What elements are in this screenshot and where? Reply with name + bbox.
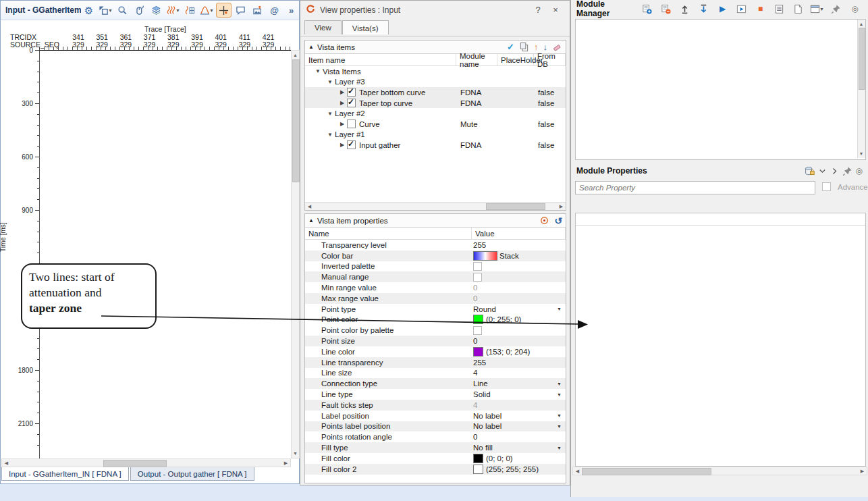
pin-icon[interactable] — [842, 166, 852, 176]
property-value[interactable]: 255 — [472, 359, 566, 367]
scrollbar-thumb[interactable] — [486, 203, 545, 210]
advanced-toggle[interactable]: Advanced — [822, 182, 868, 191]
dropdown-arrow-icon[interactable]: ▼ — [557, 392, 562, 397]
column-header[interactable]: PlaceHolder — [497, 54, 534, 65]
value-checkbox[interactable] — [473, 273, 482, 282]
property-value[interactable]: 0 — [472, 337, 566, 345]
property-value[interactable]: 4 — [472, 369, 566, 377]
property-value[interactable] — [472, 326, 566, 335]
property-row[interactable]: Manual range — [305, 271, 566, 282]
move-down-icon[interactable] — [696, 1, 711, 16]
export-icon[interactable]: ↓ — [543, 43, 548, 51]
property-row[interactable]: Line transparency255 — [305, 357, 566, 368]
property-value[interactable]: 0 — [472, 294, 566, 302]
vista-tree-item[interactable]: ▶Input gatherFDNAfalse — [305, 140, 566, 151]
column-header[interactable]: Module name — [456, 54, 497, 65]
value-checkbox[interactable] — [473, 326, 482, 335]
vista-tree-item[interactable]: ▶Taper top curveFDNAfalse — [305, 98, 566, 109]
column-header[interactable]: Name — [305, 228, 472, 239]
vista-item-properties-header[interactable]: ▲ Vista item properties ↺ — [305, 214, 566, 228]
expander-closed-icon[interactable]: ▶ — [337, 100, 347, 106]
scroll-up-icon[interactable]: ▲ — [292, 51, 299, 59]
undo-icon[interactable]: ↺ — [554, 216, 562, 226]
column-header[interactable]: Value — [472, 228, 566, 239]
target-icon[interactable] — [539, 215, 549, 226]
property-row[interactable]: Fill color 2(255; 255; 255) — [305, 464, 566, 475]
dialog-tab-view[interactable]: View — [304, 20, 342, 34]
property-value[interactable]: Line▼ — [472, 379, 566, 388]
color-swatch[interactable] — [473, 315, 483, 324]
scrollbar-thumb[interactable] — [292, 59, 300, 182]
property-row[interactable]: Point color by palette — [305, 325, 566, 336]
dropdown-arrow-icon[interactable]: ▼ — [557, 446, 562, 450]
chevron-right-icon[interactable] — [830, 166, 839, 176]
close-button[interactable]: × — [547, 5, 564, 15]
property-row[interactable]: Fault ticks step4 — [305, 400, 566, 411]
property-row[interactable]: Fill color(0; 0; 0) — [305, 453, 566, 464]
expander-closed-icon[interactable]: ▶ — [337, 142, 347, 148]
vista-tree-item[interactable]: ▶Taper bottom curveFDNAfalse — [305, 87, 566, 98]
color-swatch[interactable] — [473, 347, 483, 357]
dropdown-arrow-icon[interactable]: ▼ — [209, 8, 214, 13]
help-button[interactable]: ? — [529, 5, 547, 15]
property-row[interactable]: Inverted palette — [305, 261, 566, 272]
vista-tree-item[interactable]: ▼Vista Items — [305, 66, 566, 77]
vista-tree-item[interactable]: ▶CurveMutefalse — [305, 119, 566, 130]
vista-tree-item[interactable]: ▼Layer #1 — [305, 130, 566, 140]
vista-items-horizontal-scrollbar[interactable]: ◀ ▶ — [305, 202, 566, 210]
seismic-vertical-scrollbar[interactable]: ▲ ▼ — [291, 50, 300, 458]
color-swatch[interactable] — [473, 465, 483, 474]
property-row[interactable]: Point size0 — [305, 336, 566, 346]
item-checkbox[interactable] — [347, 99, 356, 107]
seismic-horizontal-scrollbar[interactable]: ◀ ▶ — [1, 458, 291, 467]
property-row[interactable]: Line size4 — [305, 368, 566, 379]
item-checkbox[interactable] — [347, 88, 356, 97]
scroll-down-icon[interactable]: ▼ — [858, 150, 865, 157]
crosshair-icon[interactable] — [216, 3, 232, 18]
export-image-icon[interactable] — [250, 3, 265, 18]
property-value[interactable]: Round▼ — [472, 305, 566, 313]
wiggle-icon[interactable]: ▼ — [165, 3, 181, 18]
scroll-right-icon[interactable]: ▶ — [558, 203, 565, 210]
zoom-at-icon[interactable]: @ — [267, 3, 282, 18]
scroll-down-icon[interactable]: ▼ — [292, 450, 299, 457]
expander-open-icon[interactable]: ▼ — [325, 132, 335, 138]
vista-tree-item[interactable]: ▼Layer #2 — [305, 108, 566, 119]
scrollbar-thumb[interactable] — [859, 28, 865, 90]
property-row[interactable]: Fill typeNo fill▼ — [305, 442, 566, 453]
vista-tree-item[interactable]: ▼Layer #3 — [305, 77, 566, 88]
property-value[interactable]: (0; 0; 0) — [472, 454, 566, 463]
seismic-gather-canvas[interactable] — [39, 50, 292, 458]
add-module-icon[interactable] — [639, 1, 655, 16]
property-row[interactable]: Point color(0; 255; 0) — [305, 315, 566, 325]
property-row[interactable]: Point typeRound▼ — [305, 304, 566, 315]
dropdown-arrow-icon[interactable]: ▼ — [175, 8, 180, 13]
property-row[interactable]: Points rotation angle0 — [305, 431, 566, 442]
import-icon[interactable]: ↑ — [534, 43, 539, 51]
fit-view-icon[interactable]: ▼ — [98, 3, 113, 18]
property-value[interactable]: 255 — [472, 241, 566, 249]
stop-icon[interactable]: ■ — [753, 1, 768, 16]
copy-icon[interactable] — [519, 42, 529, 52]
value-checkbox[interactable] — [473, 262, 482, 271]
colorbar-swatch[interactable] — [473, 251, 497, 261]
database-lock-icon[interactable] — [805, 166, 815, 176]
scroll-right-icon[interactable]: ▶ — [859, 467, 866, 475]
scrollbar-thumb[interactable] — [103, 460, 167, 467]
scroll-left-icon[interactable]: ◀ — [574, 467, 581, 475]
property-value[interactable]: No label▼ — [472, 422, 566, 430]
expander-closed-icon[interactable]: ▶ — [337, 89, 347, 95]
dropdown-arrow-icon[interactable]: ▼ — [557, 424, 562, 429]
color-swatch[interactable] — [473, 454, 483, 463]
property-value[interactable]: 0 — [472, 433, 566, 441]
dialog-tab-vistas[interactable]: Vista(s) — [342, 20, 389, 34]
histogram-icon[interactable]: ▼ — [199, 3, 215, 18]
window-layout-icon[interactable]: ▼ — [809, 1, 825, 16]
collapse-icon[interactable]: ▲ — [308, 44, 314, 50]
property-row[interactable]: Connection typeLine▼ — [305, 378, 566, 389]
scroll-right-icon[interactable]: ▶ — [282, 459, 290, 467]
pointer-icon[interactable] — [132, 3, 147, 18]
float-icon[interactable]: ◎ — [847, 1, 863, 16]
property-value[interactable]: 4 — [472, 401, 566, 409]
dropdown-arrow-icon[interactable]: ▼ — [557, 413, 562, 418]
